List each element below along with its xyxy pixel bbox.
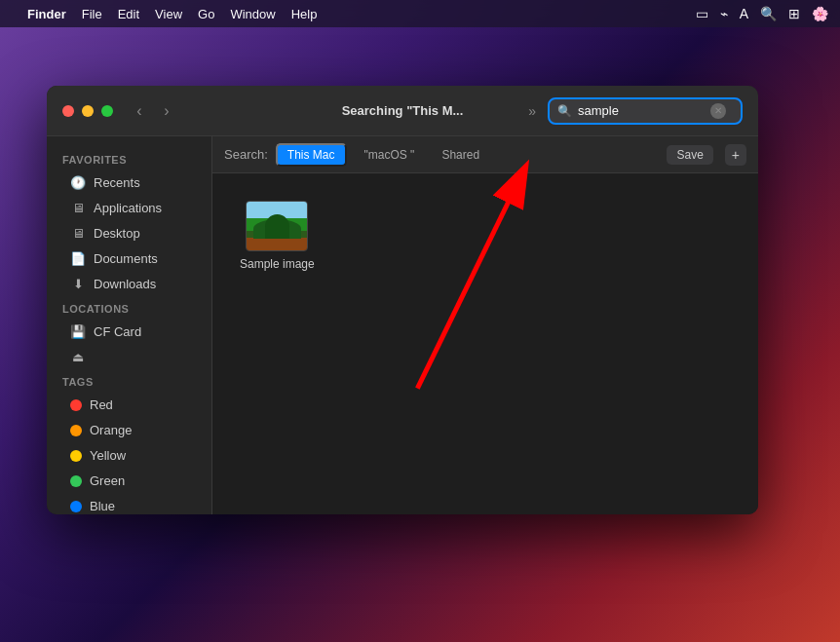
- sidebar-favorites-header: Favorites: [47, 148, 211, 170]
- menubar-window[interactable]: Window: [230, 7, 275, 21]
- expand-button[interactable]: »: [524, 99, 540, 123]
- sidebar-item-label: Green: [90, 473, 125, 488]
- sidebar-item-label: Red: [90, 397, 113, 412]
- forward-button[interactable]: ›: [156, 100, 177, 122]
- sidebar-item-desktop[interactable]: 🖥 Desktop: [55, 221, 204, 245]
- sidebar-item-applications[interactable]: 🖥 Applications: [55, 196, 204, 220]
- sidebar-item-label: Blue: [90, 499, 115, 513]
- tag-blue-dot: [70, 501, 82, 512]
- menubar-finder[interactable]: Finder: [27, 7, 66, 21]
- siri-icon[interactable]: 🌸: [812, 6, 828, 21]
- finder-body: Favorites 🕐 Recents 🖥 Applications 🖥 Des…: [47, 136, 758, 514]
- documents-icon: 📄: [70, 251, 86, 266]
- scope-macos-button[interactable]: "macOS ": [355, 145, 425, 165]
- search-input[interactable]: [578, 103, 705, 118]
- sidebar-item-label: CF Card: [94, 324, 141, 339]
- sidebar-tags-header: Tags: [47, 370, 211, 392]
- traffic-lights: [62, 105, 113, 117]
- sidebar-item-label: Desktop: [94, 226, 140, 241]
- forest-image: [247, 202, 307, 250]
- sidebar-item-label: Applications: [94, 201, 162, 215]
- menubar-items: Finder File Edit View Go Window Help: [27, 7, 317, 21]
- eject-icon: ⏏: [70, 350, 86, 364]
- title-bar: ‹ › Searching "This M... » 🔍 ✕: [47, 86, 758, 136]
- sidebar-wrapper: Favorites 🕐 Recents 🖥 Applications 🖥 Des…: [47, 136, 212, 514]
- sidebar: Favorites 🕐 Recents 🖥 Applications 🖥 Des…: [47, 136, 212, 514]
- tag-orange-dot: [70, 425, 82, 436]
- close-button[interactable]: [62, 105, 74, 117]
- title-bar-right: » 🔍 ✕: [524, 97, 743, 125]
- menubar-help[interactable]: Help: [291, 7, 318, 21]
- wifi-icon: ⌁: [720, 6, 728, 21]
- add-criteria-button[interactable]: +: [725, 144, 746, 166]
- sidebar-item-tag-blue[interactable]: Blue: [55, 494, 204, 514]
- control-center-icon[interactable]: ⊞: [788, 6, 800, 21]
- sidebar-item-documents[interactable]: 📄 Documents: [55, 246, 204, 271]
- tag-green-dot: [70, 475, 82, 487]
- menubar-go[interactable]: Go: [198, 7, 214, 21]
- nav-buttons: ‹ ›: [129, 100, 177, 122]
- finder-window: ‹ › Searching "This M... » 🔍 ✕ Favorites…: [47, 86, 758, 514]
- applications-icon: 🖥: [70, 201, 86, 215]
- maximize-button[interactable]: [101, 105, 113, 117]
- sidebar-item-label: Orange: [90, 423, 132, 437]
- window-title: Searching "This M...: [342, 103, 464, 118]
- tag-red-dot: [70, 399, 82, 411]
- search-icon[interactable]: 🔍: [760, 6, 777, 21]
- downloads-icon: ⬇: [70, 277, 86, 291]
- sidebar-locations-header: Locations: [47, 297, 211, 319]
- menubar: Finder File Edit View Go Window Help ▭ ⌁…: [0, 0, 840, 27]
- save-button[interactable]: Save: [667, 145, 712, 165]
- sidebar-item-label: Yellow: [90, 448, 126, 463]
- file-thumbnail: [246, 201, 308, 251]
- menubar-file[interactable]: File: [82, 7, 102, 21]
- sidebar-item-label: Downloads: [94, 277, 156, 291]
- sidebar-item-tag-orange[interactable]: Orange: [55, 418, 204, 442]
- sidebar-item-recents[interactable]: 🕐 Recents: [55, 170, 204, 195]
- sidebar-item-cfcard[interactable]: 💾 CF Card: [55, 320, 204, 344]
- search-bar[interactable]: 🔍 ✕: [548, 97, 743, 125]
- content-area: Search: This Mac "macOS " Shared Save + …: [212, 136, 758, 514]
- sidebar-item-tag-red[interactable]: Red: [55, 393, 204, 417]
- search-scope-label: Search:: [224, 147, 268, 162]
- font-icon: A: [740, 6, 748, 21]
- file-name: Sample image: [240, 257, 315, 271]
- sidebar-item-tag-yellow[interactable]: Yellow: [55, 443, 204, 468]
- file-grid: Sample image: [212, 173, 758, 514]
- search-icon: 🔍: [557, 104, 572, 118]
- scope-shared-button[interactable]: Shared: [432, 145, 489, 165]
- sidebar-item-label: Documents: [94, 251, 158, 266]
- sidebar-item-eject[interactable]: ⏏: [55, 345, 204, 369]
- sidebar-item-label: Recents: [94, 175, 140, 190]
- list-item[interactable]: Sample image: [232, 193, 323, 279]
- sidebar-item-downloads[interactable]: ⬇ Downloads: [55, 272, 204, 296]
- sidebar-item-tag-green[interactable]: Green: [55, 469, 204, 493]
- minimize-button[interactable]: [82, 105, 94, 117]
- display-icon: ▭: [696, 6, 708, 21]
- recents-icon: 🕐: [70, 175, 86, 190]
- scope-thismac-button[interactable]: This Mac: [276, 143, 347, 167]
- cfcard-icon: 💾: [70, 324, 86, 339]
- menubar-edit[interactable]: Edit: [118, 7, 139, 21]
- menubar-right: ▭ ⌁ A 🔍 ⊞ 🌸: [696, 6, 828, 21]
- tag-yellow-dot: [70, 450, 82, 462]
- search-clear-button[interactable]: ✕: [710, 103, 726, 119]
- desktop-icon: 🖥: [70, 226, 86, 241]
- back-button[interactable]: ‹: [129, 100, 150, 122]
- menubar-view[interactable]: View: [155, 7, 182, 21]
- search-scope-bar: Search: This Mac "macOS " Shared Save +: [212, 136, 758, 173]
